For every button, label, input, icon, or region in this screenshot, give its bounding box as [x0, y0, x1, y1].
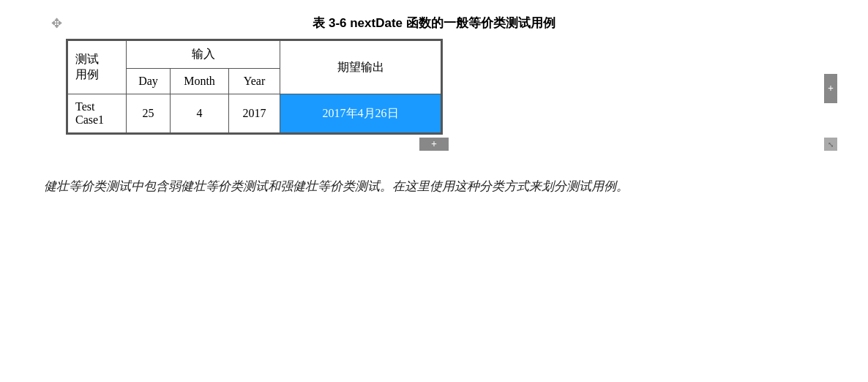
year-header: Year	[229, 69, 280, 94]
month-header: Month	[171, 69, 229, 94]
input-header: 输入	[127, 41, 280, 69]
resize-handle[interactable]: ⤡	[824, 138, 837, 151]
test-case-cell: TestCase1	[68, 94, 127, 133]
table-container: 测试用例 输入 期望输出 Day Month Year TestCase1 25…	[66, 39, 443, 135]
title-area: ✥ 表 3-6 nextDate 函数的一般等价类测试用例	[44, 15, 824, 31]
month-cell: 4	[171, 94, 229, 133]
table-wrapper: 测试用例 输入 期望输出 Day Month Year TestCase1 25…	[44, 39, 824, 138]
year-cell: 2017	[229, 94, 280, 133]
day-header: Day	[127, 69, 171, 94]
scroll-bottom-button[interactable]: +	[419, 138, 449, 151]
output-header: 期望输出	[280, 41, 441, 94]
day-cell: 25	[127, 94, 171, 133]
main-table: 测试用例 输入 期望输出 Day Month Year TestCase1 25…	[67, 40, 441, 133]
move-icon[interactable]: ✥	[51, 15, 62, 31]
paragraph-text: 健壮等价类测试中包含弱健壮等价类测试和强健壮等价类测试。在这里使用这种分类方式来…	[44, 174, 824, 199]
scroll-right-button[interactable]: +	[824, 74, 837, 103]
table-title: 表 3-6 nextDate 函数的一般等价类测试用例	[313, 15, 555, 31]
test-case-header: 测试用例	[68, 41, 127, 94]
output-cell: 2017年4月26日	[280, 94, 441, 133]
table-row: TestCase1 25 4 2017 2017年4月26日	[68, 94, 441, 133]
header-row-1: 测试用例 输入 期望输出	[68, 41, 441, 69]
